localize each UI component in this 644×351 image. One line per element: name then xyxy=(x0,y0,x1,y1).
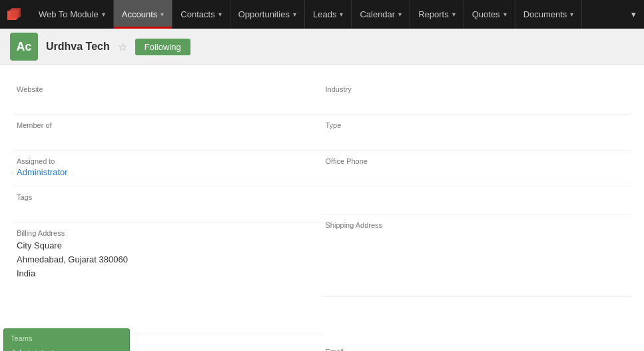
subheader: Ac Urdhva Tech ☆ Following xyxy=(0,29,644,65)
teams-popup: Teams Administrator East Sales Team (Pri… xyxy=(3,328,130,351)
field-label-member-of: Member of xyxy=(17,121,316,129)
field-spacer xyxy=(322,186,631,214)
field-value-tags xyxy=(17,203,316,215)
field-tags: Tags xyxy=(13,186,322,222)
nav-item-quotes[interactable]: Quotes ▾ xyxy=(464,0,515,29)
svg-rect-2 xyxy=(9,9,19,19)
field-label-shipping-address: Shipping Address xyxy=(326,221,625,229)
nav-more-button[interactable]: ▾ xyxy=(623,0,644,29)
following-button[interactable]: Following xyxy=(135,39,190,55)
account-name: Urdhva Tech xyxy=(46,41,110,53)
chevron-down-icon: ▾ xyxy=(452,11,456,18)
chevron-down-icon: ▾ xyxy=(218,11,222,18)
fields-grid: Website Member of Assigned to Administra… xyxy=(13,79,631,334)
nav-item-leads[interactable]: Leads ▾ xyxy=(305,0,352,29)
field-value-type xyxy=(326,131,625,143)
top-nav: Web To Module ▾ Accounts ▾ Contacts ▾ Op… xyxy=(0,0,644,29)
field-label-type: Type xyxy=(326,121,625,129)
field-label-assigned-to: Assigned to xyxy=(17,157,316,165)
nav-item-web-to-module[interactable]: Web To Module ▾ xyxy=(31,0,114,29)
chevron-down-icon: ▾ xyxy=(570,11,573,18)
chevron-down-icon: ▾ xyxy=(102,11,105,18)
field-billing-address: Billing Address City Square Ahmedabad, G… xyxy=(13,222,322,334)
field-office-phone: Office Phone xyxy=(322,151,631,186)
nav-item-accounts[interactable]: Accounts ▾ xyxy=(114,0,172,29)
chevron-down-icon: ▾ xyxy=(293,11,296,18)
chevron-down-icon: ▾ xyxy=(340,11,343,18)
app-logo[interactable] xyxy=(0,0,31,29)
nav-item-opportunities[interactable]: Opportunities ▾ xyxy=(230,0,305,29)
avatar: Ac xyxy=(10,33,38,61)
field-label-office-phone: Office Phone xyxy=(326,157,625,165)
field-label-email: Email xyxy=(326,348,625,351)
chevron-down-icon: ▾ xyxy=(161,11,164,18)
field-value-industry xyxy=(326,95,625,107)
favorite-star-icon[interactable]: ☆ xyxy=(118,41,127,53)
chevron-down-icon: ▾ xyxy=(398,11,402,18)
field-member-of: Member of xyxy=(13,115,322,151)
nav-item-reports[interactable]: Reports ▾ xyxy=(410,0,464,29)
logo-icon xyxy=(6,5,25,24)
nav-item-contacts[interactable]: Contacts ▾ xyxy=(172,0,230,29)
main-content: Website Member of Assigned to Administra… xyxy=(0,65,644,351)
field-assigned-to: Assigned to Administrator xyxy=(13,151,322,186)
right-column: Industry Type Office Phone Shipping Addr… xyxy=(322,79,631,334)
teams-label: Teams xyxy=(11,334,123,342)
team-item-administrator: Administrator xyxy=(11,346,123,351)
left-column: Website Member of Assigned to Administra… xyxy=(13,79,322,334)
field-label-tags: Tags xyxy=(17,193,316,201)
field-value-member-of xyxy=(17,131,316,143)
field-value-office-phone xyxy=(326,167,625,179)
field-website: Website xyxy=(13,79,322,115)
nav-item-calendar[interactable]: Calendar ▾ xyxy=(352,0,410,29)
field-type: Type xyxy=(322,115,631,151)
field-value-website xyxy=(17,95,316,107)
field-industry: Industry xyxy=(322,79,631,115)
field-email: Email contact@urdhva-tech.com xyxy=(322,341,631,351)
field-value-assigned-to[interactable]: Administrator xyxy=(17,167,316,179)
chevron-down-icon: ▾ xyxy=(503,11,507,18)
field-value-billing-address: City Square Ahmedabad, Gujarat 380060 In… xyxy=(17,239,316,280)
field-value-shipping-address xyxy=(326,231,625,243)
nav-item-documents[interactable]: Documents ▾ xyxy=(515,0,583,29)
field-shipping-address: Shipping Address xyxy=(322,214,631,297)
field-label-billing-address: Billing Address xyxy=(17,229,316,237)
field-label-website: Website xyxy=(17,85,316,93)
field-label-industry: Industry xyxy=(326,85,625,93)
